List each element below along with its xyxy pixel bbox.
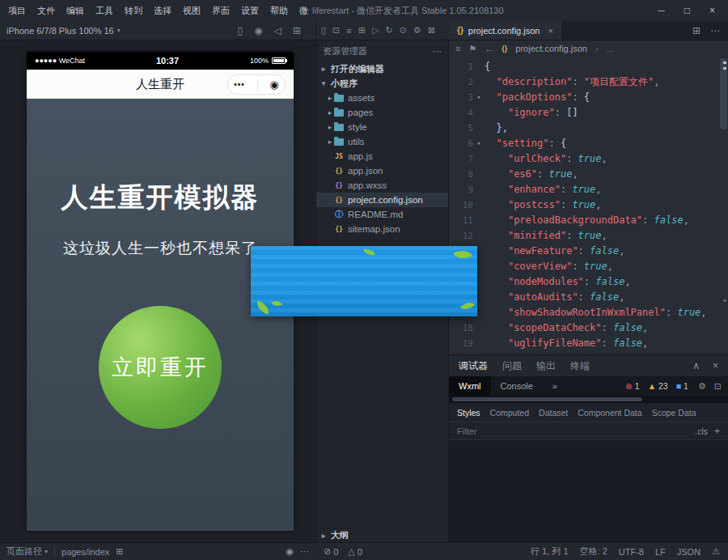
language-mode[interactable]: JSON: [677, 545, 700, 558]
phone-frame-icon[interactable]: ▯: [238, 25, 243, 36]
outline-list-icon[interactable]: ≡: [455, 44, 460, 53]
tree-item-utils[interactable]: ▸utils: [316, 134, 448, 149]
compile-icon[interactable]: ▷: [372, 25, 379, 36]
code-line[interactable]: 18 "scopeDataCheck": false,: [449, 320, 728, 336]
menu-view[interactable]: 视图: [183, 5, 201, 17]
tree-item-sitemap.json[interactable]: {}sitemap.json: [316, 222, 448, 236]
cursor-position[interactable]: 行 1, 列 1: [531, 545, 568, 558]
gear-icon[interactable]: ⚙: [698, 381, 706, 392]
page-path-selector[interactable]: 页面路径 ▾: [6, 545, 48, 558]
subtab-component-data[interactable]: Component Data: [578, 408, 641, 418]
menu-edit[interactable]: 编辑: [66, 5, 84, 17]
code-line[interactable]: 19 "uglifyFileName": false,: [449, 336, 728, 351]
indentation[interactable]: 空格: 2: [580, 545, 607, 558]
tree-item-pages[interactable]: ▸pages: [316, 105, 448, 120]
maximize-button[interactable]: □: [684, 5, 690, 16]
add-style-icon[interactable]: +: [714, 426, 720, 437]
code-line[interactable]: 12 "minified": true,: [449, 228, 728, 244]
bookmark-icon[interactable]: ⚑: [468, 44, 476, 54]
tab-project-config-json[interactable]: {} project.config.json ×: [449, 21, 561, 40]
code-line[interactable]: 10 "postcss": true,: [449, 197, 728, 213]
menu-help[interactable]: 帮助: [270, 5, 288, 17]
tab-output[interactable]: 输出: [536, 359, 556, 373]
back-icon[interactable]: ←: [485, 44, 493, 53]
encoding[interactable]: UTF-8: [619, 545, 644, 558]
more-panels-icon[interactable]: ⊠: [428, 25, 435, 36]
device-selector[interactable]: iPhone 6/7/8 Plus 100% 16 ▾: [6, 26, 121, 36]
multi-screen-icon[interactable]: ⊞: [293, 25, 301, 36]
collapse-panel-icon[interactable]: ∧: [692, 360, 700, 371]
split-editor-icon[interactable]: ⊞: [692, 25, 700, 36]
fold-icon[interactable]: ▾: [473, 136, 485, 151]
tree-item-app.js[interactable]: JSapp.js: [316, 149, 448, 163]
tab-console[interactable]: Console: [491, 376, 543, 396]
settings-icon[interactable]: ⚙: [413, 25, 421, 36]
menu-interface[interactable]: 界面: [212, 5, 230, 17]
code-line[interactable]: 11 "preloadBackgroundData": false,: [449, 213, 728, 228]
code-line[interactable]: 5 },: [449, 121, 728, 136]
close-panel-icon[interactable]: ×: [713, 360, 718, 371]
breadcrumb-more[interactable]: ...: [607, 44, 614, 53]
capsule-home-button[interactable]: ◉: [269, 78, 278, 91]
more-actions-icon[interactable]: ⋯: [710, 25, 720, 36]
code-line[interactable]: 13 "newFeature": false,: [449, 244, 728, 259]
dock-side-icon[interactable]: ⊡: [714, 381, 722, 392]
preview-icon[interactable]: ⊙: [400, 25, 407, 36]
rotate-icon[interactable]: ◁: [274, 25, 281, 36]
record-icon[interactable]: ◉: [254, 25, 262, 36]
tab-overflow[interactable]: »: [543, 376, 567, 396]
close-button[interactable]: ×: [709, 5, 715, 16]
error-count-badge[interactable]: ⊗1: [625, 381, 640, 391]
more-icon[interactable]: ⋯: [300, 546, 309, 557]
code-line[interactable]: 17 "showShadowRootInWxmlPanel": true,: [449, 305, 728, 320]
menu-file[interactable]: 文件: [37, 5, 55, 17]
code-line[interactable]: 3▾ "packOptions": {: [449, 90, 728, 105]
menu-project[interactable]: 项目: [8, 5, 26, 17]
tree-item-README.md[interactable]: ⓘREADME.md: [316, 207, 448, 222]
alert-icon[interactable]: ⚠: [712, 546, 720, 557]
tree-item-assets[interactable]: ▸assets: [316, 91, 448, 105]
menu-tools[interactable]: 工具: [95, 5, 113, 17]
code-line[interactable]: 7 "urlCheck": true,: [449, 151, 728, 167]
scrollbar-thumb[interactable]: [452, 397, 642, 401]
capsule-more-button[interactable]: •••: [234, 80, 245, 89]
tree-item-project.config.json[interactable]: {}project.config.json: [316, 193, 448, 207]
menu-selection[interactable]: 选择: [154, 5, 171, 17]
code-line[interactable]: 6▾ "setting": {: [449, 136, 728, 151]
code-line[interactable]: 9 "enhance": true,: [449, 182, 728, 197]
refresh-icon[interactable]: ↻: [385, 25, 392, 36]
editor-toggle-icon[interactable]: ⊡: [332, 25, 340, 36]
code-line[interactable]: 16 "autoAudits": false,: [449, 290, 728, 305]
warning-count[interactable]: △ 0: [348, 546, 362, 557]
fold-icon[interactable]: ▾: [473, 90, 485, 105]
code-line[interactable]: 4 "ignore": []: [449, 105, 728, 121]
tree-item-app.json[interactable]: {}app.json: [316, 163, 448, 178]
filter-input[interactable]: [457, 426, 688, 436]
code-editor[interactable]: 1{2 "description": "项目配置文件",3▾ "packOpti…: [449, 57, 728, 354]
info-count-badge[interactable]: ■1: [676, 381, 688, 391]
subtab-styles[interactable]: Styles: [457, 408, 480, 418]
tab-terminal[interactable]: 终端: [570, 359, 590, 373]
breadcrumb-file[interactable]: project.config.json: [515, 44, 587, 53]
error-count[interactable]: ⊘ 0: [324, 546, 338, 557]
code-line[interactable]: 8 "es6": true,: [449, 167, 728, 182]
warning-count-badge[interactable]: ▲23: [648, 381, 668, 391]
horizontal-scrollbar[interactable]: [449, 396, 728, 403]
minimize-button[interactable]: ─: [658, 5, 665, 16]
code-line[interactable]: 14 "coverView": true,: [449, 259, 728, 274]
copy-path-icon[interactable]: ⊞: [116, 546, 123, 557]
outline-section[interactable]: ▸ 大纲: [316, 528, 448, 542]
eol[interactable]: LF: [655, 545, 666, 558]
tab-wxml[interactable]: Wxml: [449, 376, 491, 396]
cls-toggle[interactable]: .cls: [695, 426, 708, 436]
menu-settings[interactable]: 设置: [241, 5, 259, 17]
visual-panel-icon[interactable]: ⊞: [358, 25, 366, 36]
menu-wechat-devtools[interactable]: 微信开发者工具: [299, 5, 309, 17]
code-line[interactable]: 15 "nodeModules": false,: [449, 274, 728, 290]
open-editors-section[interactable]: ▸ 打开的编辑器: [316, 62, 448, 76]
tree-item-app.wxss[interactable]: {}app.wxss: [316, 178, 448, 193]
more-icon[interactable]: ⋯: [433, 46, 442, 57]
restart-button[interactable]: 立即重开: [99, 306, 222, 429]
tab-problems[interactable]: 问题: [502, 359, 522, 373]
tab-debugger[interactable]: 调试器: [459, 359, 488, 373]
